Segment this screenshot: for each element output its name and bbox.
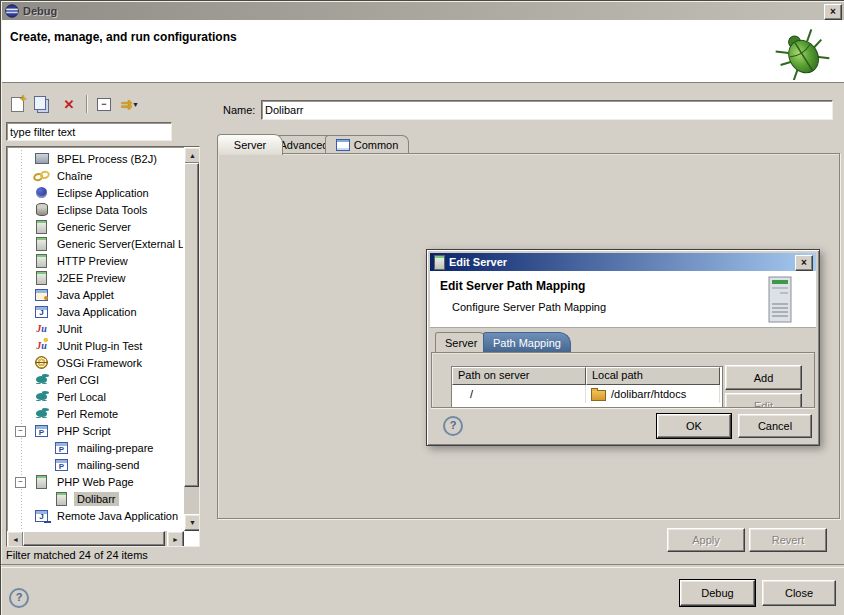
java-applet-icon [33, 287, 50, 303]
name-label: Name: [223, 104, 255, 116]
tree-item-j2ee-preview[interactable]: J2EE Preview [7, 269, 183, 286]
collapse-all-icon: − [97, 98, 111, 111]
tree-item-label: Remote Java Application [54, 509, 181, 523]
table-header[interactable]: Path on server Local path [452, 367, 722, 385]
cell-path-on-server[interactable]: / [452, 385, 586, 403]
server-icon [33, 236, 50, 252]
debug-button[interactable]: Debug [680, 580, 755, 606]
server-icon [33, 270, 50, 286]
server-icon [53, 491, 70, 507]
debug-configurations-window: Debug × Create, manage, and run configur… [0, 0, 844, 615]
tree-item-junit[interactable]: JUnit [7, 320, 183, 337]
footer-separator [1, 564, 844, 568]
tree-item-java-application[interactable]: Java Application [7, 303, 183, 320]
apply-button[interactable]: Apply [667, 528, 745, 552]
dialog-tab-path-mapping[interactable]: Path Mapping [483, 332, 571, 353]
server-icon [434, 255, 445, 270]
toolbar-separator [86, 95, 87, 113]
window-titlebar[interactable]: Debug × [2, 2, 844, 20]
perl-icon [33, 372, 50, 388]
tree-item-label: Java Application [54, 305, 140, 319]
cell-local-path[interactable]: /dolibarr/htdocs [586, 385, 720, 403]
name-input[interactable] [261, 100, 833, 120]
tree-hscroll-thumb[interactable] [23, 531, 165, 546]
collapse-minus-icon[interactable]: − [15, 477, 26, 488]
dialog-close-icon[interactable]: × [795, 255, 813, 271]
tree-item-eclipse-data-tools[interactable]: Eclipse Data Tools [7, 201, 183, 218]
dialog-titlebar[interactable]: Edit Server × [430, 253, 816, 271]
collapse-all-button[interactable]: − [92, 93, 116, 115]
filter-options-button[interactable]: ⇉▼ [118, 93, 142, 115]
dialog-title: Edit Server [449, 256, 507, 268]
filter-input[interactable] [6, 122, 172, 141]
path-mapping-table[interactable]: Path on server Local path / /dolibarr/ht… [451, 366, 723, 408]
tab-server[interactable]: Server [217, 134, 283, 155]
tree-item-junit-plug-in-test[interactable]: JUnit Plug-in Test [7, 337, 183, 354]
tree-item-perl-local[interactable]: Perl Local [7, 388, 183, 405]
tree-item-osgi-framework[interactable]: OSGi Framework [7, 354, 183, 371]
column-local-path[interactable]: Local path [586, 367, 720, 385]
collapse-minus-icon[interactable]: − [15, 426, 26, 437]
remote-java-icon [33, 508, 50, 524]
osgi-icon [33, 355, 50, 371]
dialog-tab-server[interactable]: Server [435, 332, 487, 353]
tree-item-eclipse-application[interactable]: Eclipse Application [7, 184, 183, 201]
tree-item-label: JUnit [54, 322, 85, 336]
window-close-icon[interactable]: × [824, 4, 842, 20]
new-config-button[interactable] [5, 93, 29, 115]
scroll-left-icon[interactable]: ◄ [7, 531, 24, 547]
tree-item-label: Chaîne [54, 169, 95, 183]
tree-item-dolibarr[interactable]: Dolibarr [7, 490, 183, 507]
tree-item-generic-server[interactable]: Generic Server [7, 218, 183, 235]
tree-item-label: PHP Web Page [54, 475, 137, 489]
duplicate-config-icon [34, 96, 46, 110]
server-icon [33, 474, 50, 490]
scroll-right-icon[interactable]: ► [167, 531, 184, 547]
table-row[interactable]: / /dolibarr/htdocs [452, 385, 722, 403]
tree-item-http-preview[interactable]: HTTP Preview [7, 252, 183, 269]
delete-config-button[interactable]: ✕ [57, 93, 81, 115]
tab-common[interactable]: Common [325, 135, 409, 154]
tree-item-remote-java-application[interactable]: Remote Java Application [7, 507, 183, 524]
close-button[interactable]: Close [762, 580, 836, 606]
tree-item-php-web-page[interactable]: −PHP Web Page [7, 473, 183, 490]
scroll-down-icon[interactable]: ▼ [184, 514, 200, 531]
tree-item-generic-server-external-la[interactable]: Generic Server(External La [7, 235, 183, 252]
tree-item-java-applet[interactable]: Java Applet [7, 286, 183, 303]
configurations-toolbar: ✕ − ⇉▼ [5, 91, 199, 117]
column-path-on-server[interactable]: Path on server [452, 367, 586, 385]
tree-item-perl-cgi[interactable]: Perl CGI [7, 371, 183, 388]
tree-item-bpel-process-b2j-[interactable]: BPEL Process (B2J) [7, 150, 183, 167]
scroll-up-icon[interactable]: ▲ [184, 147, 200, 164]
php-icon [33, 423, 50, 439]
server-icon [33, 253, 50, 269]
php-icon [53, 457, 70, 473]
tree-item-label: PHP Script [54, 424, 114, 438]
eclipse-logo-icon [5, 4, 19, 18]
database-icon [33, 202, 50, 218]
tree-item-perl-remote[interactable]: Perl Remote [7, 405, 183, 422]
duplicate-config-button[interactable] [31, 93, 55, 115]
tree-item-label: Dolibarr [74, 492, 119, 506]
tree-hscrollbar[interactable]: ◄ ► [7, 531, 184, 546]
tree-item-mailing-send[interactable]: mailing-send [7, 456, 183, 473]
tree-item-mailing-prepare[interactable]: mailing-prepare [7, 439, 183, 456]
chain-icon [31, 165, 52, 185]
ok-button[interactable]: OK [657, 414, 731, 438]
debug-beetle-icon [774, 28, 830, 80]
page-title: Create, manage, and run configurations [10, 30, 237, 44]
junit-plugin-icon [33, 338, 50, 354]
help-icon[interactable]: ? [9, 588, 29, 608]
tree-vscrollbar[interactable]: ▲ ▼ [184, 147, 199, 531]
php-icon [53, 440, 70, 456]
cancel-button[interactable]: Cancel [738, 414, 812, 438]
tree-item-cha-ne[interactable]: Chaîne [7, 167, 183, 184]
bpel-process-icon [33, 151, 50, 167]
tree-item-php-script[interactable]: −PHP Script [7, 422, 183, 439]
tree-vscroll-thumb[interactable] [184, 163, 199, 487]
delete-config-icon: ✕ [64, 97, 75, 112]
add-mapping-button[interactable]: Add [725, 365, 802, 390]
dialog-help-icon[interactable]: ? [443, 416, 463, 436]
filter-icon: ⇉ [121, 97, 132, 112]
revert-button[interactable]: Revert [749, 528, 827, 552]
